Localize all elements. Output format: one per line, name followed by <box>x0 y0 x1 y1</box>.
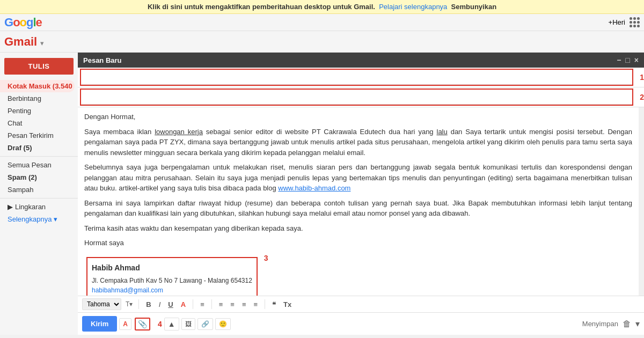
format-sep-2 <box>193 299 193 309</box>
gmail-label: Gmail ▾ <box>4 35 44 49</box>
field-number-3: 3 <box>264 253 268 264</box>
image-button[interactable]: 🖼 <box>181 318 195 330</box>
quote-button[interactable]: ❝ <box>270 299 278 310</box>
body-para-2: Sebelumnya saya juga berpengalaman untuk… <box>84 162 632 194</box>
body-para-3: Bersama ini saya lampirkan daftar riwaya… <box>84 198 632 219</box>
body-area: Dengan Hormat, Saya membaca iklan lowong… <box>78 107 644 296</box>
signature-email[interactable]: habibahmad@gmail.com <box>92 286 163 294</box>
compose-header-controls: − □ × <box>617 56 639 64</box>
subject-field-row: SENIOR EDITOR - Habib Ahmad 2 <box>78 87 644 107</box>
sidebar-item-important[interactable]: Penting <box>0 105 75 117</box>
content-area: Pesan Baru − □ × hrd@cakrawala-edutech.c… <box>78 53 644 335</box>
format-bar: Tahoma T▾ B I U A ≡ ≡ ≡ ≡ ≡ ❝ Tx <box>78 296 644 312</box>
sidebar-item-sent[interactable]: Pesan Terkirim <box>0 129 75 142</box>
signature-name: Habib Ahmad <box>92 262 252 274</box>
minimize-icon[interactable]: − <box>617 56 621 64</box>
format-sep-4 <box>265 299 265 309</box>
font-color-toolbar-btn[interactable]: A <box>119 318 131 330</box>
compose-title: Pesan Baru <box>83 56 122 64</box>
delete-icon[interactable]: 🗑 <box>623 319 631 329</box>
user-name[interactable]: +Heri <box>609 18 625 26</box>
maximize-icon[interactable]: □ <box>625 56 630 64</box>
to-field: hrd@cakrawala-edutech.com <box>81 70 632 85</box>
to-input[interactable]: hrd@cakrawala-edutech.com <box>84 72 629 82</box>
indent-button[interactable]: ≡ <box>240 299 248 310</box>
underline-button[interactable]: U <box>166 299 175 310</box>
top-right-controls: +Heri <box>609 17 640 27</box>
signature-box: Habib Ahmad Jl. Cempaka Putih Kav 5 No 7… <box>86 257 258 296</box>
notification-main-text: Klik di sini untuk mengaktifkan pemberit… <box>148 3 375 11</box>
signature-address: Jl. Cempaka Putih Kav 5 No 7 Lawang - Ma… <box>92 276 252 296</box>
toolbar-right: Menyimpan 🗑 ▾ <box>582 319 640 329</box>
compose-text-area[interactable]: Dengan Hormat, Saya membaca iklan lowong… <box>78 107 639 296</box>
body-para-0: Dengan Hormat, <box>84 112 632 122</box>
to-field-row: hrd@cakrawala-edutech.com 1 <box>78 68 644 87</box>
main-layout: TULIS Kotak Masuk (3.540 Berbintang Pent… <box>0 53 644 335</box>
ol-button[interactable]: ≡ <box>217 299 225 310</box>
attachment-icon: 📎 <box>138 320 147 328</box>
compose-button[interactable]: TULIS <box>4 58 74 75</box>
ul-button[interactable]: ≡ <box>228 299 237 310</box>
dengan-hormat: Dengan Hormat, <box>84 113 135 121</box>
sidebar-item-starred[interactable]: Berbintang <box>0 92 75 105</box>
scroll-bar[interactable] <box>639 107 644 296</box>
apps-icon[interactable] <box>630 17 640 27</box>
subject-field-box: SENIOR EDITOR - Habib Ahmad <box>80 89 633 106</box>
sidebar-more[interactable]: Selengkapnya ▾ <box>0 213 78 225</box>
font-size-icon[interactable]: T▾ <box>126 300 133 308</box>
font-selector[interactable]: Tahoma <box>82 298 121 310</box>
compose-modal: Pesan Baru − □ × hrd@cakrawala-edutech.c… <box>78 53 644 335</box>
body-para-4: Terima kasih atas waktu dan kesempatan y… <box>84 223 632 234</box>
remove-format-button[interactable]: Tx <box>281 299 294 310</box>
body-para-1: Saya membaca iklan lowongan kerja sebaga… <box>84 127 632 158</box>
sidebar-divider-2 <box>0 198 78 199</box>
sidebar-item-inbox[interactable]: Kotak Masuk (3.540 <box>0 80 75 92</box>
sidebar-item-drafts[interactable]: Draf (5) <box>0 142 75 154</box>
notification-text: Klik di sini untuk mengaktifkan pemberit… <box>148 3 496 11</box>
top-bar: Google +Heri <box>0 14 644 31</box>
saving-text: Menyimpan <box>582 320 618 328</box>
bold-button[interactable]: B <box>144 299 153 310</box>
sidebar: TULIS Kotak Masuk (3.540 Berbintang Pent… <box>0 53 78 335</box>
subject-field: SENIOR EDITOR - Habib Ahmad <box>81 90 632 105</box>
sidebar-item-trash[interactable]: Sampah <box>0 183 75 196</box>
compose-header: Pesan Baru − □ × <box>78 53 644 68</box>
google-logo: Google <box>4 16 42 30</box>
sidebar-item-all[interactable]: Semua Pesan <box>0 159 75 171</box>
signature-area: Habib Ahmad Jl. Cempaka Putih Kav 5 No 7… <box>84 253 632 296</box>
hide-link[interactable]: Sembunyikan <box>451 3 497 11</box>
format-sep-1 <box>138 299 139 309</box>
circles-label: Lingkaran <box>15 203 46 211</box>
signature-address-text: Jl. Cempaka Putih Kav 5 No 7 Lawang - Ma… <box>92 277 252 284</box>
field-number-2: 2 <box>640 93 644 101</box>
align-button[interactable]: ≡ <box>198 299 207 310</box>
format-sep-3 <box>211 299 212 309</box>
field-number-1: 1 <box>640 73 644 82</box>
field-number-4: 4 <box>158 320 162 328</box>
notification-bar: Klik di sini untuk mengaktifkan pemberit… <box>0 0 644 14</box>
google-drive-button[interactable]: ▲ <box>164 318 179 330</box>
sidebar-item-spam[interactable]: Spam (2) <box>0 171 75 183</box>
blog-link[interactable]: www.habib-ahmad.com <box>278 184 350 192</box>
compose-toolbar: Kirim A 📎 4 ▲ 🖼 🔗 🙂 Menyimpan 🗑 ▾ <box>78 312 644 335</box>
subject-input[interactable]: SENIOR EDITOR - Habib Ahmad <box>84 92 629 102</box>
send-button[interactable]: Kirim <box>82 316 117 332</box>
attachment-button-box[interactable]: 📎 <box>135 318 150 330</box>
body-para-5: Hormat saya <box>84 238 632 248</box>
to-field-box: hrd@cakrawala-edutech.com <box>80 69 633 86</box>
sidebar-item-chat[interactable]: Chat <box>0 117 75 129</box>
outdent-button[interactable]: ≡ <box>252 299 260 310</box>
italic-button[interactable]: I <box>157 299 163 310</box>
link-button[interactable]: 🔗 <box>197 318 213 330</box>
more-options-icon[interactable]: ▾ <box>635 319 640 329</box>
close-icon[interactable]: × <box>634 56 639 64</box>
gmail-header: Gmail ▾ <box>0 31 644 53</box>
text-color-button[interactable]: A <box>179 299 188 310</box>
sidebar-item-circles: ▶ Lingkaran <box>0 201 75 213</box>
learn-more-link[interactable]: Pelajari selengkapnya <box>379 3 447 11</box>
sidebar-divider <box>0 156 78 157</box>
emoji-button[interactable]: 🙂 <box>215 318 231 330</box>
